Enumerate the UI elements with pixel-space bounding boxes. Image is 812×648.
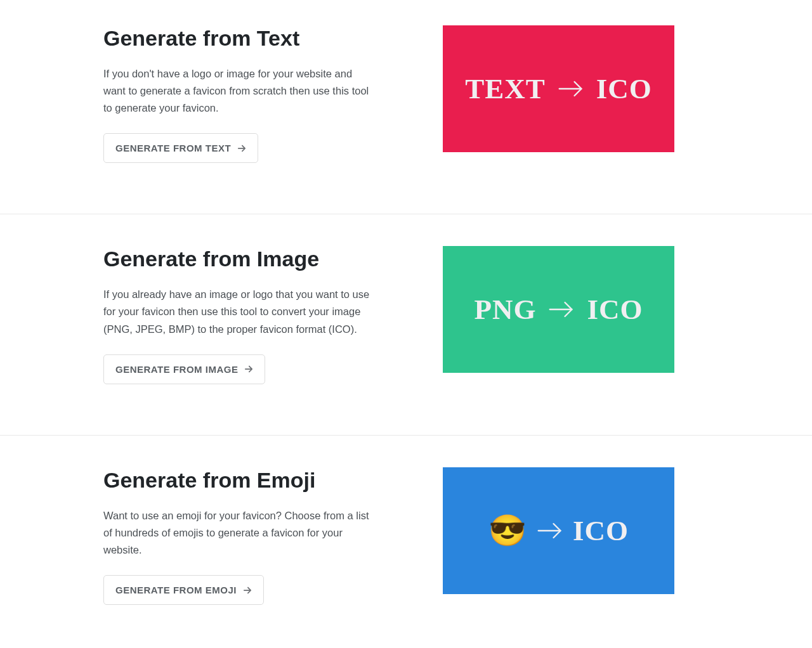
heading-text: Generate from Text	[103, 25, 392, 51]
arrow-right-icon	[547, 295, 575, 323]
visual-text-to-ico: TEXT ICO	[443, 25, 674, 152]
arrow-right-icon	[536, 517, 564, 545]
heading-image: Generate from Image	[103, 246, 392, 272]
button-label: GENERATE FROM IMAGE	[115, 364, 238, 375]
visual-right-label: ICO	[573, 514, 629, 547]
generate-from-image-button[interactable]: GENERATE FROM IMAGE	[103, 354, 265, 384]
visual-png-to-ico: PNG ICO	[443, 246, 674, 373]
arrow-right-icon	[243, 586, 252, 595]
generate-from-emoji-button[interactable]: GENERATE FROM EMOJI	[103, 575, 264, 605]
arrow-right-icon	[244, 365, 253, 373]
section-generate-text: Generate from Text If you don't have a l…	[0, 0, 812, 214]
visual-left-label: TEXT	[465, 72, 546, 105]
heading-emoji: Generate from Emoji	[103, 467, 392, 493]
visual-emoji-to-ico: 😎 ICO	[443, 467, 674, 594]
visual-right-label: ICO	[596, 72, 652, 105]
arrow-right-icon	[557, 75, 585, 103]
section-generate-image: Generate from Image If you already have …	[0, 214, 812, 435]
description-emoji: Want to use an emoji for your favicon? C…	[103, 507, 376, 559]
visual-left-label: PNG	[474, 293, 536, 326]
section-generate-emoji: Generate from Emoji Want to use an emoji…	[0, 436, 812, 648]
description-text: If you don't have a logo or image for yo…	[103, 65, 376, 117]
button-label: GENERATE FROM TEXT	[115, 143, 231, 153]
description-image: If you already have an image or logo tha…	[103, 286, 376, 338]
button-label: GENERATE FROM EMOJI	[115, 585, 237, 595]
sunglasses-emoji-icon: 😎	[488, 515, 527, 546]
generate-from-text-button[interactable]: GENERATE FROM TEXT	[103, 133, 258, 163]
visual-right-label: ICO	[587, 293, 643, 326]
arrow-right-icon	[237, 144, 246, 153]
